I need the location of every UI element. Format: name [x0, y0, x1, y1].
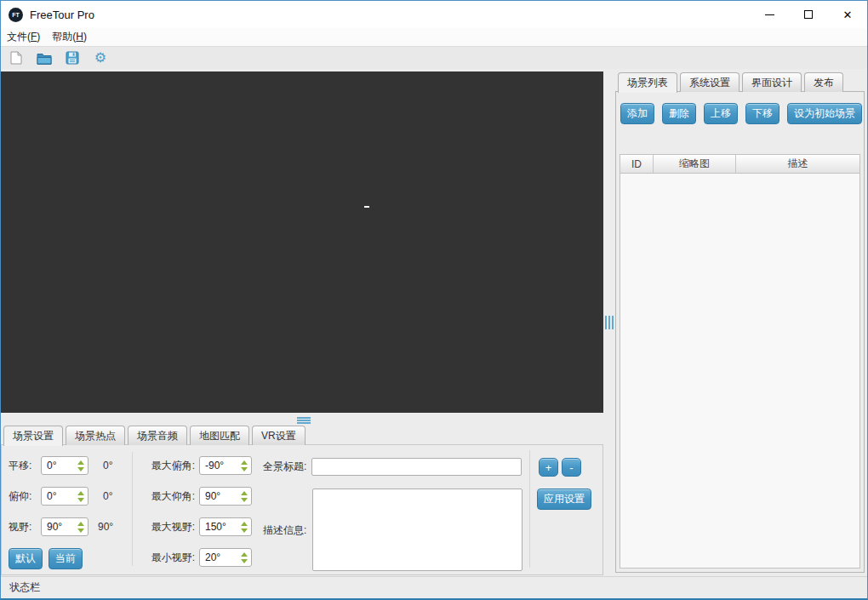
min-fov-value: 20°: [205, 551, 220, 563]
settings-panel: 场景设置 场景热点 场景音频 地图匹配 VR设置 平移: 0° 0° 俯仰: 0…: [1, 426, 603, 576]
max-depression-label: 最大俯角:: [142, 459, 195, 473]
stepper-arrows-icon[interactable]: [77, 522, 84, 533]
fov-current-value: 90°: [98, 521, 113, 533]
default-view-button[interactable]: 默认: [9, 548, 43, 569]
settings-panel-tabs: 场景设置 场景热点 场景音频 地图匹配 VR设置: [1, 426, 603, 445]
tilt-current-value: 0°: [103, 490, 112, 502]
pan-label: 平移:: [9, 459, 41, 473]
scene-list-pane: 添加 删除 上移 下移 设为初始场景 分组 ID 缩略图 描述: [615, 91, 865, 573]
tab-scene-list[interactable]: 场景列表: [618, 72, 677, 93]
stepper-arrows-icon[interactable]: [241, 552, 248, 563]
max-depression-value: -90°: [205, 460, 224, 471]
tab-publish[interactable]: 发布: [804, 72, 843, 92]
canvas-center-marker: [364, 206, 369, 208]
window-controls: ✕: [750, 1, 867, 28]
save-icon: [66, 51, 79, 65]
current-view-button[interactable]: 当前: [49, 548, 83, 569]
view-buttons-row: 默认 当前: [9, 549, 83, 568]
stepper-arrows-icon[interactable]: [77, 491, 84, 502]
max-depression-row: 最大俯角: -90°: [142, 456, 252, 475]
column-header-thumbnail[interactable]: 缩略图: [654, 155, 736, 173]
description-label: 描述信息:: [263, 523, 306, 538]
delete-scene-button[interactable]: 删除: [662, 103, 696, 124]
open-folder-button[interactable]: [37, 50, 52, 66]
settings-gear-icon: ⚙: [94, 51, 106, 65]
fov-label: 视野:: [9, 520, 41, 534]
stepper-arrows-icon[interactable]: [241, 491, 248, 502]
tilt-stepper[interactable]: 0°: [41, 487, 89, 506]
max-elevation-stepper[interactable]: 90°: [199, 487, 252, 506]
column-divider: [132, 452, 133, 566]
pan-stepper[interactable]: 0°: [41, 456, 89, 475]
panorama-canvas[interactable]: [1, 71, 603, 413]
tab-map-matching[interactable]: 地图匹配: [190, 426, 249, 445]
minimize-button[interactable]: [750, 1, 789, 28]
pano-title-input[interactable]: [311, 458, 522, 476]
status-text: 状态栏: [9, 580, 40, 595]
column-header-id[interactable]: ID: [620, 155, 654, 173]
scene-toolbar: 添加 删除 上移 下移 设为初始场景 分组: [620, 103, 859, 124]
pano-title-row: 全景标题:: [263, 457, 522, 476]
menu-file[interactable]: 文件(F): [1, 28, 46, 46]
app-logo-icon: FT: [9, 8, 23, 22]
max-fov-label: 最大视野:: [142, 520, 195, 534]
pano-title-label: 全景标题:: [263, 460, 306, 474]
minimize-icon: [765, 14, 774, 15]
tilt-field-row: 俯仰: 0° 0°: [9, 487, 112, 506]
max-elevation-label: 最大仰角:: [142, 489, 195, 504]
scene-table-header: ID 缩略图 描述: [620, 155, 859, 174]
close-button[interactable]: ✕: [828, 1, 867, 28]
tab-scene-audio[interactable]: 场景音频: [128, 426, 187, 445]
move-down-button[interactable]: 下移: [745, 103, 779, 124]
stepper-arrows-icon[interactable]: [241, 522, 248, 533]
stepper-arrows-icon[interactable]: [241, 460, 248, 471]
app-window: FT FreeTour Pro ✕ 文件(F) 帮助(H) ⚙: [0, 0, 868, 600]
scene-table-body[interactable]: [620, 174, 859, 568]
zoom-out-button[interactable]: -: [562, 458, 581, 477]
tilt-label: 俯仰:: [9, 489, 41, 504]
scene-table: ID 缩略图 描述: [620, 154, 860, 569]
tab-vr-settings[interactable]: VR设置: [252, 426, 306, 445]
tab-scene-hotspots[interactable]: 场景热点: [66, 426, 125, 445]
save-button[interactable]: [65, 50, 80, 66]
menu-help[interactable]: 帮助(H): [46, 28, 93, 46]
column-header-description[interactable]: 描述: [736, 155, 859, 173]
max-elevation-value: 90°: [205, 490, 220, 502]
apply-settings-button[interactable]: 应用设置: [537, 489, 591, 510]
max-fov-stepper[interactable]: 150°: [199, 517, 252, 536]
zoom-in-button[interactable]: +: [539, 458, 558, 477]
min-fov-stepper[interactable]: 20°: [199, 548, 252, 567]
tab-scene-settings[interactable]: 场景设置: [3, 426, 63, 446]
menu-bar: 文件(F) 帮助(H): [1, 28, 867, 46]
fov-stepper[interactable]: 90°: [41, 517, 89, 536]
description-textarea[interactable]: [312, 489, 523, 571]
set-initial-scene-button[interactable]: 设为初始场景: [787, 103, 862, 124]
max-fov-value: 150°: [205, 521, 226, 533]
min-fov-row: 最小视野: 20°: [142, 548, 252, 567]
horizontal-splitter-handle[interactable]: [297, 417, 311, 424]
maximize-button[interactable]: [789, 1, 828, 28]
max-depression-stepper[interactable]: -90°: [199, 456, 252, 475]
status-bar: 状态栏: [1, 576, 867, 598]
max-elevation-row: 最大仰角: 90°: [142, 487, 252, 506]
min-fov-label: 最小视野:: [142, 551, 195, 565]
new-file-button[interactable]: [9, 50, 24, 66]
column-divider: [529, 450, 530, 568]
max-fov-row: 最大视野: 150°: [142, 517, 252, 536]
move-up-button[interactable]: 上移: [704, 103, 738, 124]
fov-field-row: 视野: 90° 90°: [9, 517, 113, 536]
open-folder-icon: [37, 52, 52, 65]
window-title: FreeTour Pro: [30, 9, 94, 21]
fov-value: 90°: [47, 521, 62, 533]
new-file-icon: [10, 51, 22, 65]
pan-field-row: 平移: 0° 0°: [9, 456, 112, 475]
pan-current-value: 0°: [103, 460, 112, 471]
vertical-splitter-handle[interactable]: [605, 316, 614, 329]
settings-button[interactable]: ⚙: [93, 50, 108, 66]
add-scene-button[interactable]: 添加: [620, 103, 654, 124]
tab-ui-design[interactable]: 界面设计: [742, 72, 802, 92]
stepper-arrows-icon[interactable]: [77, 460, 84, 471]
tilt-value: 0°: [47, 490, 56, 502]
tab-system-settings[interactable]: 系统设置: [680, 72, 740, 92]
title-bar: FT FreeTour Pro ✕: [1, 1, 867, 28]
